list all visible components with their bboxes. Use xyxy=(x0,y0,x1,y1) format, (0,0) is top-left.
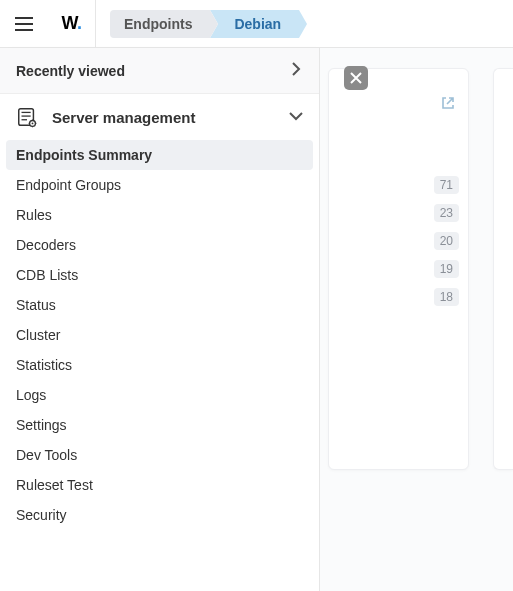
sidebar-item-endpoint-groups[interactable]: Endpoint Groups xyxy=(0,170,319,200)
count-badge: 20 xyxy=(434,232,459,250)
body: Recently viewed Server management xyxy=(0,48,513,591)
sidebar-item-cluster[interactable]: Cluster xyxy=(0,320,319,350)
recently-viewed-toggle[interactable]: Recently viewed xyxy=(0,48,319,94)
count-badge: 19 xyxy=(434,260,459,278)
count-list: 71 23 20 19 18 xyxy=(434,176,459,306)
menu-toggle-button[interactable] xyxy=(0,0,48,48)
sidebar-item-statistics[interactable]: Statistics xyxy=(0,350,319,380)
close-button[interactable] xyxy=(344,66,368,90)
hamburger-icon xyxy=(15,17,33,31)
logo-cell: W. xyxy=(48,0,96,48)
logo[interactable]: W. xyxy=(61,13,81,34)
sidebar-item-label: CDB Lists xyxy=(16,267,78,283)
close-icon xyxy=(350,72,362,84)
content-area: 71 23 20 19 18 xyxy=(320,48,513,591)
svg-point-5 xyxy=(32,123,34,125)
breadcrumb-label: Debian xyxy=(234,16,281,32)
sidebar-item-logs[interactable]: Logs xyxy=(0,380,319,410)
server-management-icon xyxy=(16,106,38,128)
topbar: W. Endpoints Debian xyxy=(0,0,513,48)
sidebar-item-label: Endpoint Groups xyxy=(16,177,121,193)
chevron-down-icon xyxy=(289,109,303,126)
count-badge: 71 xyxy=(434,176,459,194)
breadcrumb: Endpoints Debian xyxy=(110,10,299,38)
sidebar-item-label: Ruleset Test xyxy=(16,477,93,493)
chevron-right-icon xyxy=(289,62,303,79)
sidebar-item-status[interactable]: Status xyxy=(0,290,319,320)
section-server-management[interactable]: Server management xyxy=(0,94,319,140)
sidebar-item-security[interactable]: Security xyxy=(0,500,319,530)
sidebar-item-label: Status xyxy=(16,297,56,313)
sidebar-item-cdb-lists[interactable]: CDB Lists xyxy=(0,260,319,290)
breadcrumb-item-debian[interactable]: Debian xyxy=(210,10,299,38)
sidebar-item-label: Endpoints Summary xyxy=(16,147,152,163)
sidebar-item-label: Rules xyxy=(16,207,52,223)
breadcrumb-label: Endpoints xyxy=(124,16,192,32)
breadcrumb-item-endpoints[interactable]: Endpoints xyxy=(110,10,210,38)
count-badge: 18 xyxy=(434,288,459,306)
sidebar-item-ruleset-test[interactable]: Ruleset Test xyxy=(0,470,319,500)
popout-icon xyxy=(441,96,455,110)
section-title: Server management xyxy=(52,109,195,126)
sidebar-item-label: Logs xyxy=(16,387,46,403)
sidebar: Recently viewed Server management xyxy=(0,48,320,591)
sidebar-item-label: Cluster xyxy=(16,327,60,343)
sidebar-item-label: Dev Tools xyxy=(16,447,77,463)
sidebar-item-label: Security xyxy=(16,507,67,523)
sidebar-item-label: Statistics xyxy=(16,357,72,373)
sidebar-item-endpoints-summary[interactable]: Endpoints Summary xyxy=(6,140,313,170)
count-badge: 23 xyxy=(434,204,459,222)
sidebar-item-label: Decoders xyxy=(16,237,76,253)
recently-viewed-label: Recently viewed xyxy=(16,63,125,79)
sidebar-menu: Endpoints Summary Endpoint Groups Rules … xyxy=(0,140,319,542)
sidebar-item-rules[interactable]: Rules xyxy=(0,200,319,230)
content-card-partial xyxy=(493,68,513,470)
popout-button[interactable] xyxy=(441,96,455,113)
sidebar-item-dev-tools[interactable]: Dev Tools xyxy=(0,440,319,470)
sidebar-item-decoders[interactable]: Decoders xyxy=(0,230,319,260)
sidebar-item-label: Settings xyxy=(16,417,67,433)
sidebar-item-settings[interactable]: Settings xyxy=(0,410,319,440)
